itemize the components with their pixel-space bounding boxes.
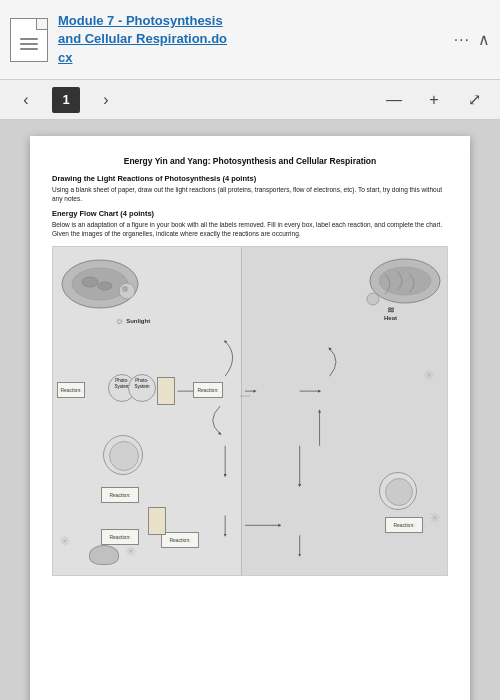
reaction-box-5: Reaction: — [385, 517, 423, 533]
svg-point-18 — [379, 267, 431, 295]
section1-body: Using a blank sheet of paper, draw out t… — [52, 185, 448, 203]
heat-waves-icon: ≋ — [387, 305, 393, 315]
photo-system-2-label: Photo- System — [129, 378, 155, 390]
top-actions: ··· ∧ — [454, 30, 490, 49]
doc-title: Energy Yin and Yang: Photosynthesis and … — [52, 156, 448, 166]
bottom-shape-left — [89, 545, 119, 565]
section2-heading: Energy Flow Chart (4 points) — [52, 209, 448, 218]
section2-body: Below is an adaptation of a figure in yo… — [52, 220, 448, 238]
sunburst-icon-right-lower: ✳ — [429, 510, 441, 526]
zoom-out-button[interactable]: — — [380, 86, 408, 114]
reaction-box-right: Reaction: — [193, 382, 223, 398]
reaction-box-3: Reaction: — [101, 487, 139, 503]
page-number-box: 1 — [52, 87, 80, 113]
document-area: Energy Yin and Yang: Photosynthesis and … — [0, 120, 500, 700]
svg-point-14 — [98, 282, 112, 290]
document-icon — [10, 18, 48, 62]
ellipsis-button[interactable]: ··· — [454, 31, 470, 49]
reaction-box-1: Reaction: — [57, 382, 85, 398]
document-page: Energy Yin and Yang: Photosynthesis and … — [30, 136, 470, 700]
reaction-box-6: Reaction: — [161, 532, 199, 548]
mitochondria-image — [355, 249, 445, 314]
center-box-1 — [157, 377, 175, 405]
chloroplast-image — [55, 249, 145, 314]
energy-flow-chart: ☼ Sunlight ≋ Heat Reaction: Photo- Syste… — [52, 246, 448, 576]
heat-label: ≋ Heat — [384, 305, 397, 321]
toolbar: ‹ 1 › — + ⤢ — [0, 80, 500, 120]
prev-page-button[interactable]: ‹ — [12, 86, 40, 114]
sunlight-label: ☼ Sunlight — [115, 315, 150, 326]
chevron-up-button[interactable]: ∧ — [478, 30, 490, 49]
section1-heading: Drawing the Light Reactions of Photosynt… — [52, 174, 448, 183]
center-box-bottom — [148, 507, 166, 535]
next-page-button[interactable]: › — [92, 86, 120, 114]
file-title: Module 7 - Photosynthesis and Cellular R… — [58, 12, 444, 67]
sunburst-icon-left-bottom: ✳ — [59, 533, 71, 549]
zoom-in-button[interactable]: + — [420, 86, 448, 114]
sunburst-icon-right-top: ✳ — [423, 367, 435, 383]
fullscreen-button[interactable]: ⤢ — [460, 86, 488, 114]
sunburst-icon-bottom-center: ✳ — [125, 543, 137, 559]
svg-point-19 — [367, 293, 379, 305]
svg-point-16 — [122, 286, 128, 292]
svg-point-13 — [82, 277, 98, 287]
top-bar: Module 7 - Photosynthesis and Cellular R… — [0, 0, 500, 80]
